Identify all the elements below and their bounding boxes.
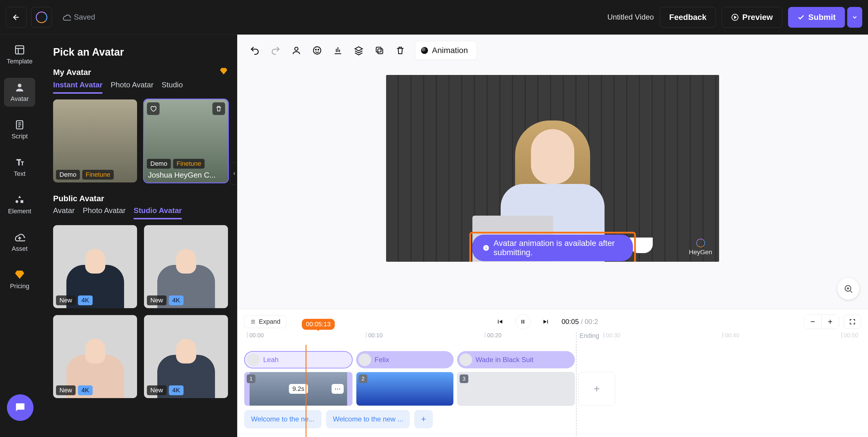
badge-demo: Demo: [56, 170, 80, 179]
text-track: Welcome to the ne... Welcome to the new …: [244, 410, 861, 428]
collapse-panel-button[interactable]: [230, 163, 237, 184]
feedback-button[interactable]: Feedback: [660, 7, 716, 28]
preview-button[interactable]: Preview: [722, 7, 782, 28]
clip-duration: 9.2s: [289, 384, 308, 394]
tab-photo-avatar[interactable]: Photo Avatar: [111, 80, 153, 94]
canvas: HeyGen Avatar animation is available aft…: [237, 66, 868, 308]
clip-leah[interactable]: Leah: [244, 351, 352, 368]
playhead-time: 00:05:13: [302, 319, 335, 330]
video-preview[interactable]: HeyGen Avatar animation is available aft…: [386, 75, 719, 262]
public-avatar-4[interactable]: New4K: [144, 315, 228, 398]
avatar-card-2[interactable]: Demo Finetune Joshua HeyGen C...: [144, 99, 228, 182]
my-avatar-heading: My Avatar: [53, 68, 91, 77]
vtab-template[interactable]: Template: [4, 40, 35, 69]
text-clip-1[interactable]: Welcome to the ne...: [244, 410, 321, 428]
text-clip-2[interactable]: Welcome to the new ...: [326, 410, 410, 428]
back-button[interactable]: [6, 7, 27, 28]
avatar-card-1[interactable]: Demo Finetune: [53, 99, 137, 182]
topbar: Saved Untitled Video Feedback Preview Su…: [0, 0, 868, 35]
video-track: 1 9.2s ⋯ 2 3 +: [244, 372, 861, 406]
clip-number: 3: [460, 374, 468, 383]
badge-finetune: Finetune: [82, 170, 114, 179]
animation-button[interactable]: Animation: [415, 41, 477, 60]
submit-dropdown[interactable]: [847, 7, 862, 28]
svg-rect-9: [376, 47, 381, 52]
preview-label: Preview: [742, 13, 773, 22]
svg-point-2: [18, 83, 22, 87]
skip-back-button[interactable]: [492, 314, 507, 329]
video-clip-1[interactable]: 1 9.2s ⋯: [244, 372, 352, 406]
submit-button[interactable]: Submit: [788, 7, 845, 28]
svg-point-7: [318, 49, 319, 50]
face-tool[interactable]: [311, 44, 323, 57]
project-title[interactable]: Untitled Video: [608, 13, 654, 22]
svg-point-4: [294, 47, 298, 51]
vtab-text[interactable]: Text: [4, 153, 35, 181]
add-text-button[interactable]: +: [414, 410, 433, 428]
vtab-avatar-label: Avatar: [10, 95, 29, 103]
vtab-text-label: Text: [14, 170, 25, 177]
crown-icon: [219, 67, 228, 77]
tab-instant-avatar[interactable]: Instant Avatar: [53, 80, 102, 94]
badge-4k: 4K: [78, 296, 93, 305]
badge-finetune: Finetune: [173, 159, 205, 169]
svg-rect-8: [378, 49, 383, 54]
vtab-element[interactable]: Element: [4, 190, 35, 219]
svg-rect-14: [523, 320, 524, 324]
fit-button[interactable]: [844, 315, 861, 329]
public-avatar-1[interactable]: New4K: [53, 225, 137, 308]
badge-new: New: [56, 296, 75, 305]
main-area: Animation HeyGen: [237, 35, 868, 437]
timecode: 00:05 / 00:2: [562, 318, 598, 326]
clip-wade[interactable]: Wade in Black Suit: [457, 351, 575, 368]
vtab-pricing[interactable]: Pricing: [4, 265, 35, 294]
pause-button[interactable]: [516, 314, 530, 329]
zoom-in-button[interactable]: +: [822, 315, 839, 329]
copy-tool[interactable]: [373, 44, 385, 57]
svg-rect-1: [16, 46, 24, 54]
tab-studio[interactable]: Studio: [162, 80, 183, 94]
expand-label: Expand: [259, 318, 280, 326]
skip-forward-button[interactable]: [538, 314, 554, 329]
playhead-line[interactable]: [306, 345, 306, 437]
trash-tool[interactable]: [394, 44, 406, 57]
clip-more-button[interactable]: ⋯: [332, 384, 344, 394]
logo-button[interactable]: [31, 7, 52, 28]
redo-button[interactable]: [270, 44, 282, 57]
animation-icon: [421, 47, 428, 54]
badge-4k: 4K: [169, 296, 184, 305]
vtab-avatar[interactable]: Avatar: [4, 78, 35, 107]
clip-number: 1: [247, 374, 255, 383]
favorite-button[interactable]: [147, 102, 160, 115]
animation-label: Animation: [432, 46, 468, 55]
canvas-toolbar: Animation: [237, 35, 868, 66]
tab-studio-avatar[interactable]: Studio Avatar: [134, 206, 182, 220]
chat-button[interactable]: [7, 394, 33, 421]
gem-icon: [14, 269, 25, 280]
layers-tool[interactable]: [352, 44, 365, 57]
video-clip-3[interactable]: 3: [457, 372, 575, 406]
logo-icon: [36, 11, 47, 23]
vtab-template-label: Template: [7, 58, 32, 65]
align-tool[interactable]: [332, 44, 344, 57]
ruler[interactable]: 00:00 00:10 00:20 Ending 00:30 00:40 00:…: [244, 332, 861, 346]
public-avatar-heading: Public Avatar: [53, 194, 104, 203]
vtab-script[interactable]: Script: [4, 115, 35, 144]
vtab-script-label: Script: [11, 133, 28, 140]
public-avatar-2[interactable]: New4K: [144, 225, 228, 308]
clip-felix[interactable]: Felix: [356, 351, 454, 368]
zoom-button[interactable]: [837, 278, 859, 300]
expand-button[interactable]: Expand: [244, 315, 286, 328]
public-avatar-3[interactable]: New4K: [53, 315, 137, 398]
video-clip-2[interactable]: 2: [356, 372, 454, 406]
badge-new: New: [56, 385, 75, 395]
vtab-asset[interactable]: Asset: [4, 228, 35, 257]
avatar-tool[interactable]: [290, 44, 302, 57]
undo-button[interactable]: [249, 44, 261, 57]
tab-photo-avatar-pub[interactable]: Photo Avatar: [83, 206, 126, 220]
svg-rect-13: [521, 320, 522, 324]
delete-button[interactable]: [212, 102, 225, 115]
avatar-track: Leah Felix Wade in Black Suit: [244, 351, 861, 368]
tab-avatar[interactable]: Avatar: [53, 206, 75, 220]
zoom-out-button[interactable]: −: [804, 315, 822, 329]
